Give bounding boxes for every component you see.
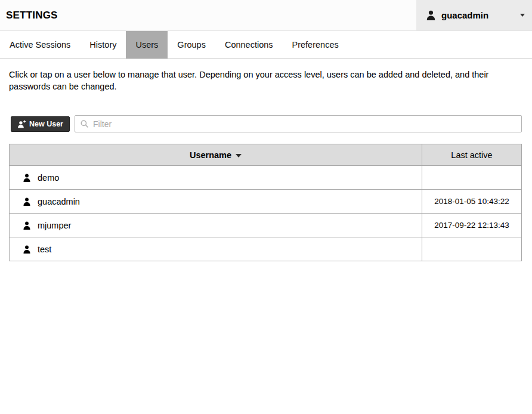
username-label: guacadmin xyxy=(38,197,80,206)
page-description: Click or tap on a user below to manage t… xyxy=(9,69,505,92)
users-table: Username Last active demo guacadmin 2018… xyxy=(9,144,522,261)
tab-connections[interactable]: Connections xyxy=(215,31,283,58)
column-header-username[interactable]: Username xyxy=(10,144,422,166)
last-active-cell[interactable] xyxy=(422,237,522,261)
tab-active-sessions[interactable]: Active Sessions xyxy=(0,31,80,58)
user-cell-test[interactable]: test xyxy=(10,237,422,261)
last-active-cell[interactable]: 2018-01-05 10:43:22 xyxy=(422,190,522,214)
tab-history[interactable]: History xyxy=(80,31,126,58)
user-icon xyxy=(23,221,31,230)
tab-preferences[interactable]: Preferences xyxy=(283,31,348,58)
column-header-last-active[interactable]: Last active xyxy=(422,144,522,166)
filter-field xyxy=(75,115,522,132)
chevron-down-icon xyxy=(520,14,525,17)
page-title: SETTINGS xyxy=(0,10,58,21)
user-icon xyxy=(23,197,31,206)
column-header-username-label: Username xyxy=(190,150,231,160)
search-icon xyxy=(80,119,89,128)
user-icon xyxy=(23,245,31,254)
username-label: test xyxy=(38,245,51,254)
user-icon xyxy=(23,173,31,183)
tab-groups[interactable]: Groups xyxy=(168,31,215,58)
table-row: demo xyxy=(10,166,522,190)
username-label: demo xyxy=(38,173,59,183)
username-label: mjumper xyxy=(38,221,71,230)
caret-down-icon xyxy=(236,154,242,157)
new-user-button-label: New User xyxy=(29,120,63,128)
table-row: mjumper 2017-09-22 12:13:43 xyxy=(10,214,522,237)
tab-users[interactable]: Users xyxy=(126,31,168,58)
app-header: SETTINGS guacadmin xyxy=(0,0,532,31)
table-row: guacadmin 2018-01-05 10:43:22 xyxy=(10,190,522,214)
add-user-icon xyxy=(17,120,26,128)
last-active-cell[interactable] xyxy=(422,166,522,190)
new-user-button[interactable]: New User xyxy=(11,116,70,132)
table-row: test xyxy=(10,237,522,261)
user-menu-button[interactable]: guacadmin xyxy=(416,0,532,30)
user-cell-guacadmin[interactable]: guacadmin xyxy=(10,190,422,214)
users-toolbar: New User xyxy=(9,115,522,132)
last-active-cell[interactable]: 2017-09-22 12:13:43 xyxy=(422,214,522,237)
table-header-row: Username Last active xyxy=(10,144,522,166)
filter-input[interactable] xyxy=(93,119,516,129)
users-panel: Click or tap on a user below to manage t… xyxy=(0,69,532,261)
user-cell-mjumper[interactable]: mjumper xyxy=(10,214,422,237)
person-icon xyxy=(426,10,436,21)
user-cell-demo[interactable]: demo xyxy=(10,166,422,190)
user-menu-username: guacadmin xyxy=(441,10,488,20)
settings-tab-bar: Active Sessions History Users Groups Con… xyxy=(0,31,532,59)
